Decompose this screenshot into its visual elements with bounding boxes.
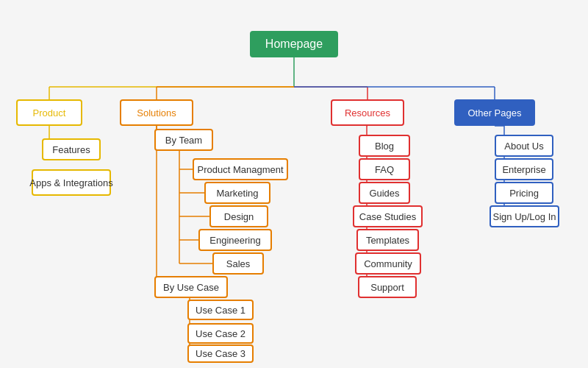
node-marketing: Marketing xyxy=(204,182,270,204)
node-usecase3: Use Case 3 xyxy=(187,344,254,363)
node-resources: Resources xyxy=(331,99,404,126)
sitemap-diagram: HomepageProductSolutionsResourcesOther P… xyxy=(0,0,588,368)
node-product: Product xyxy=(16,99,82,126)
node-usecase1: Use Case 1 xyxy=(187,300,254,320)
node-community: Community xyxy=(355,252,421,275)
node-homepage: Homepage xyxy=(250,31,338,57)
node-usecase2: Use Case 2 xyxy=(187,323,254,344)
node-guides: Guides xyxy=(359,182,410,204)
node-byusecase: By Use Case xyxy=(154,276,228,298)
node-prodmgmt: Product Managment xyxy=(193,158,288,180)
node-support: Support xyxy=(358,276,417,298)
node-signup: Sign Up/Log In xyxy=(490,205,559,227)
node-other: Other Pages xyxy=(454,99,535,126)
node-faq: FAQ xyxy=(359,158,410,180)
node-sales: Sales xyxy=(212,252,264,275)
node-pricing: Pricing xyxy=(495,182,553,204)
node-byteam: By Team xyxy=(154,129,213,151)
node-templates: Templates xyxy=(356,229,419,251)
node-solutions: Solutions xyxy=(120,99,193,126)
node-blog: Blog xyxy=(359,135,410,157)
node-casestudies: Case Studies xyxy=(353,205,423,227)
node-enterprise: Enterprise xyxy=(495,158,553,180)
node-apps: Apps & Integrations xyxy=(32,169,111,196)
node-features: Features xyxy=(42,138,101,160)
node-aboutus: About Us xyxy=(495,135,553,157)
node-design: Design xyxy=(209,205,268,227)
node-engineering: Engineering xyxy=(198,229,272,251)
